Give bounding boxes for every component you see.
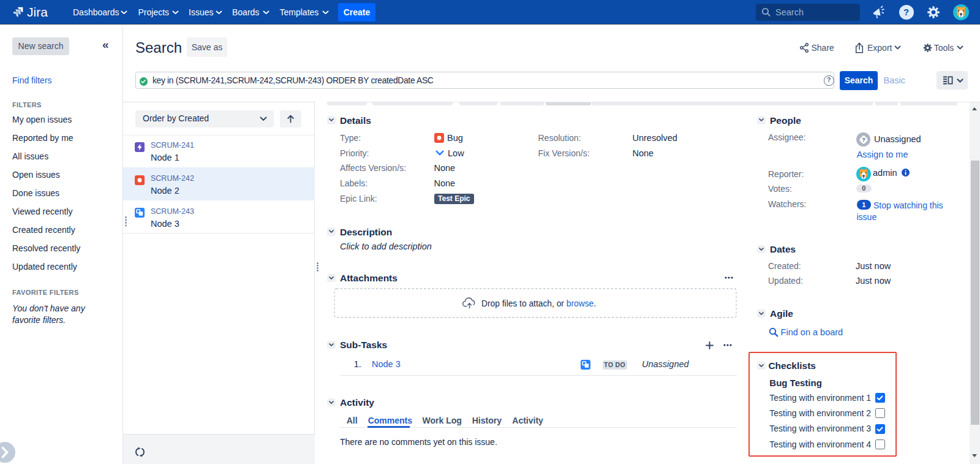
- svg-text:?: ?: [862, 136, 865, 143]
